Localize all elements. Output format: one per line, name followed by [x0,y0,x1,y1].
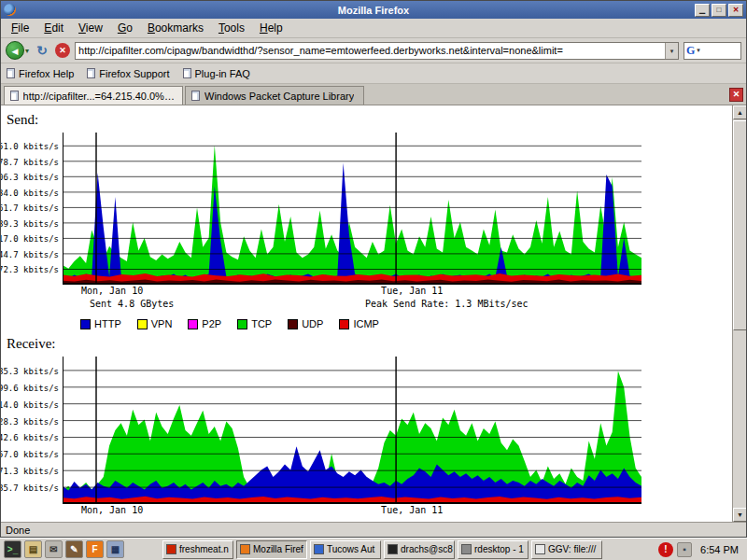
editor-launcher-icon[interactable]: ✎ [65,540,83,558]
mail-launcher-icon[interactable]: ✉ [45,540,63,558]
scroll-down-icon[interactable]: ▼ [733,508,746,522]
scrollbar-thumb[interactable] [733,120,746,330]
receive-y-axis-labels: 1485.3 kbits/s1299.6 kbits/s1114.0 kbits… [1,357,63,504]
taskbtn-firefox[interactable]: Mozilla Firef [236,540,307,559]
file-manager-launcher-icon[interactable]: ▤ [24,540,42,558]
url-dropdown-icon[interactable]: ▾ [665,43,678,59]
status-text: Done [6,525,30,536]
close-button[interactable]: ✕ [728,4,743,17]
send-x-axis-labels: Mon, Jan 10Tue, Jan 11 [63,285,641,297]
menu-bookmarks[interactable]: Bookmarks [141,20,210,36]
page-icon [191,91,200,101]
scroll-up-icon[interactable]: ▲ [733,105,746,119]
p2p-swatch [188,319,198,329]
http-swatch [80,319,91,329]
send-chart-block: Send: 1551.0 kbits/s1378.7 kbits/s1206.3… [1,112,732,311]
url-input[interactable] [76,43,665,59]
close-tab-button[interactable]: ✕ [729,88,743,102]
task-icon [240,544,250,554]
icmp-swatch [339,319,349,329]
back-arrow-icon: ◀ [6,41,24,60]
peak-send-rate: Peak Send Rate: 1.3 MBits/sec [365,299,529,309]
receive-chart-plot [63,357,641,504]
task-icon [388,544,398,554]
stop-button[interactable]: ✕ [55,43,70,58]
tab-winpcap[interactable]: Windows Packet Capture Library [185,86,364,105]
legend-vpn: VPN [137,318,173,329]
tray-app-icon[interactable]: ▪ [677,542,692,557]
back-dropdown-icon[interactable]: ▾ [25,47,29,55]
taskbtn-freshmeat[interactable]: freshmeat.n [162,540,233,559]
window-title: Mozilla Firefox [1,5,746,16]
menu-file[interactable]: File [5,20,35,36]
bookmarks-toolbar: Firefox Help Firefox Support Plug-in FAQ [1,63,746,84]
bookmark-icon [183,68,191,78]
send-chart-plot [63,133,641,285]
bookmark-firefox-support[interactable]: Firefox Support [87,68,169,79]
bookmark-icon [7,68,15,78]
task-icon [314,544,324,554]
browser-content: Send: 1551.0 kbits/s1378.7 kbits/s1206.3… [1,105,746,522]
update-alert-icon[interactable]: ! [658,542,673,557]
minimize-button[interactable]: ▁ [695,4,710,17]
receive-chart-block: Receive: 1485.3 kbits/s1299.6 kbits/s111… [1,336,732,516]
task-icon [535,544,545,554]
reload-button[interactable]: ↻ [34,42,50,59]
legend-p2p: P2P [188,318,221,329]
tab-cipafilter[interactable]: http://cipafilter...=64.215.40.0%2F24 [4,86,183,105]
tcp-swatch [237,319,247,329]
page-icon [10,91,19,101]
legend-tcp: TCP [237,318,272,329]
system-tray: ! ▪ 6:54 PM [658,542,743,557]
legend-udp: UDP [288,318,323,329]
search-engine-dropdown-icon[interactable]: ▾ [697,47,700,54]
firefox-window: Mozilla Firefox ▁ □ ✕ File Edit View Go … [0,0,747,538]
sent-total: Sent 4.8 GBytes [90,299,174,309]
titlebar[interactable]: Mozilla Firefox ▁ □ ✕ [1,1,746,19]
task-icon [166,544,176,554]
menu-go[interactable]: Go [111,20,139,36]
vpn-swatch [137,319,148,329]
menu-edit[interactable]: Edit [37,20,70,36]
send-heading: Send: [7,112,732,128]
protocol-legend: HTTP VPN P2P TCP UDP ICMP [80,318,732,329]
task-button-list: freshmeat.n Mozilla Firef Tucows Aut dra… [162,540,602,559]
google-icon: G [686,44,695,58]
send-chart-footer: Sent 4.8 GBytes Peak Send Rate: 1.3 MBit… [1,299,732,311]
navigation-toolbar: ◀ ▾ ↻ ✕ ▾ G ▾ [1,38,746,63]
status-bar: Done [1,522,746,537]
bookmark-plugin-faq[interactable]: Plug-in FAQ [183,68,250,79]
receive-heading: Receive: [7,336,732,352]
vertical-scrollbar[interactable]: ▲ ▼ [732,105,746,522]
terminal-launcher-icon[interactable]: >_ [4,540,21,558]
bookmark-icon [87,68,95,78]
udp-swatch [288,319,298,329]
legend-http: HTTP [80,318,121,329]
menu-tools[interactable]: Tools [212,20,251,36]
taskbtn-tucows[interactable]: Tucows Aut [310,540,381,559]
legend-icmp: ICMP [339,318,379,329]
desktop: Mozilla Firefox ▁ □ ✕ File Edit View Go … [0,0,747,560]
url-bar: ▾ [75,42,679,60]
taskbtn-terminal[interactable]: drachs@sc8 [384,540,455,559]
tab-bar: http://cipafilter...=64.215.40.0%2F24 Wi… [1,84,746,105]
bookmark-firefox-help[interactable]: Firefox Help [7,68,74,79]
taskbtn-ggv[interactable]: GGV: file:/// [531,540,602,559]
bandwidthd-page: Send: 1551.0 kbits/s1378.7 kbits/s1206.3… [1,105,732,522]
menu-view[interactable]: View [72,20,109,36]
clock: 6:54 PM [696,544,743,555]
menu-help[interactable]: Help [253,20,289,36]
firefox-launcher-icon[interactable]: F [86,540,104,558]
send-y-axis-labels: 1551.0 kbits/s1378.7 kbits/s1206.3 kbits… [1,133,63,285]
receive-x-axis-labels: Mon, Jan 10Tue, Jan 11 [63,504,641,516]
taskbar: >_ ▤ ✉ ✎ F ▦ freshmeat.n Mozilla Firef T… [0,538,747,560]
search-box[interactable]: G ▾ [684,42,741,60]
task-icon [461,544,472,554]
taskbtn-rdesktop[interactable]: rdesktop - 1 [458,540,529,559]
back-button[interactable]: ◀ ▾ [6,41,29,60]
menubar: File Edit View Go Bookmarks Tools Help [1,19,746,38]
maximize-button[interactable]: □ [712,4,726,17]
workspace-pager-icon[interactable]: ▦ [106,540,124,558]
